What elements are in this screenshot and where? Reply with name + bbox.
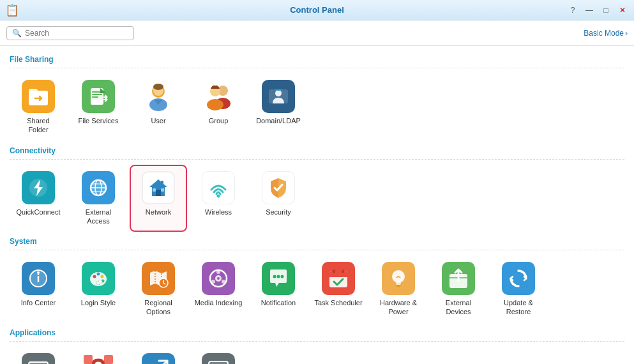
quickconnect-label: QuickConnect <box>16 208 60 216</box>
svg-rect-61 <box>104 355 113 364</box>
item-security[interactable]: Security <box>250 165 307 232</box>
svg-rect-47 <box>333 269 335 273</box>
item-group[interactable]: Group <box>190 73 247 141</box>
media-indexing-label: Media Indexing <box>195 298 243 307</box>
item-user[interactable]: User <box>130 73 187 141</box>
task-scheduler-label: Task Scheduler <box>314 298 362 307</box>
svg-point-30 <box>101 275 104 278</box>
svg-point-38 <box>222 280 225 284</box>
info-center-label: Info Center <box>21 298 56 307</box>
svg-rect-60 <box>84 355 93 364</box>
help-button[interactable]: ? <box>566 4 579 17</box>
info-center-icon: i <box>22 262 55 295</box>
network-icon <box>142 171 175 204</box>
domain-ldap-label: Domain/LDAP <box>256 116 301 125</box>
item-quickconnect[interactable]: QuickConnect <box>10 165 67 232</box>
item-hardware-power[interactable]: Hardware &Power <box>370 255 427 323</box>
section-title-connectivity: Connectivity <box>10 146 624 155</box>
svg-point-41 <box>273 275 276 278</box>
file-sharing-grid: SharedFolder File Services <box>10 73 624 141</box>
wireless-label: Wireless <box>205 208 232 216</box>
svg-point-5 <box>153 84 163 90</box>
shared-folder-label: SharedFolder <box>27 116 49 135</box>
item-task-scheduler[interactable]: Task Scheduler <box>310 255 367 323</box>
svg-point-40 <box>217 277 220 280</box>
search-icon: 🔍 <box>12 29 22 38</box>
section-title-file-sharing: File Sharing <box>10 55 624 64</box>
svg-point-39 <box>211 280 215 284</box>
app-icon: 📋 <box>5 3 19 17</box>
window-controls: ? — □ ✕ <box>566 4 629 17</box>
svg-rect-20 <box>161 188 164 192</box>
item-shared-folder[interactable]: SharedFolder <box>10 73 67 141</box>
web-services-icon <box>22 353 55 364</box>
item-web-services[interactable]: Web Services <box>10 347 67 364</box>
system-grid: i Info Center L <box>10 255 624 323</box>
main-content: File Sharing SharedFolder <box>0 46 634 364</box>
svg-rect-51 <box>396 286 400 287</box>
update-restore-label: Update &Restore <box>504 298 533 317</box>
network-label: Network <box>146 208 171 216</box>
maximize-button[interactable]: □ <box>600 4 612 17</box>
item-login-style[interactable]: Login Style <box>70 255 127 323</box>
toolbar: 🔍 Basic Mode › <box>0 20 634 46</box>
security-icon <box>262 171 295 204</box>
item-wireless[interactable]: Wireless <box>190 165 247 232</box>
applications-grid: Web Services Privileges <box>10 347 624 364</box>
terminal-snmp-icon <box>202 353 235 364</box>
item-regional-options[interactable]: RegionalOptions <box>130 255 187 323</box>
search-input[interactable] <box>25 29 121 38</box>
group-icon <box>202 80 235 113</box>
item-update-restore[interactable]: Update &Restore <box>490 255 547 323</box>
section-title-applications: Applications <box>10 328 624 337</box>
item-domain-ldap[interactable]: Domain/LDAP <box>250 73 307 141</box>
svg-point-43 <box>281 275 284 278</box>
svg-point-12 <box>275 90 282 96</box>
item-external-devices[interactable]: ExternalDevices <box>430 255 487 323</box>
domain-ldap-icon <box>262 80 295 113</box>
file-services-label: File Services <box>79 116 119 125</box>
wireless-icon <box>202 171 235 204</box>
svg-rect-21 <box>161 181 163 186</box>
svg-rect-46 <box>329 275 347 277</box>
search-box[interactable]: 🔍 <box>6 26 134 40</box>
hardware-power-label: Hardware &Power <box>380 298 417 317</box>
item-notification[interactable]: Notification <box>250 255 307 323</box>
titlebar: 📋 Control Panel ? — □ ✕ <box>0 0 634 20</box>
regional-options-icon <box>142 262 175 295</box>
section-title-system: System <box>10 237 624 246</box>
notification-icon <box>262 262 295 295</box>
regional-options-label: RegionalOptions <box>144 298 172 317</box>
svg-point-10 <box>207 99 223 110</box>
svg-point-33 <box>99 280 102 284</box>
item-terminal-snmp[interactable]: Terminal &SNMP <box>190 347 247 364</box>
external-access-icon <box>82 171 115 204</box>
quickconnect-icon <box>22 171 55 204</box>
close-button[interactable]: ✕ <box>616 4 629 17</box>
item-file-services[interactable]: File Services <box>70 73 127 141</box>
external-devices-label: ExternalDevices <box>446 298 471 317</box>
item-network[interactable]: Network <box>130 165 187 232</box>
application-portal-icon <box>142 353 175 364</box>
svg-point-29 <box>97 273 100 276</box>
external-devices-icon <box>442 262 475 295</box>
group-label: Group <box>209 116 229 125</box>
item-privileges[interactable]: Privileges <box>70 347 127 364</box>
item-info-center[interactable]: i Info Center <box>10 255 67 323</box>
task-scheduler-icon <box>322 262 355 295</box>
file-services-icon <box>82 80 115 113</box>
svg-rect-50 <box>396 285 401 286</box>
user-icon <box>142 80 175 113</box>
svg-point-37 <box>216 270 220 274</box>
item-media-indexing[interactable]: Media Indexing <box>190 255 247 323</box>
minimize-button[interactable]: — <box>583 4 596 17</box>
login-style-icon <box>82 262 115 295</box>
svg-point-28 <box>93 275 96 278</box>
media-indexing-icon <box>202 262 235 295</box>
svg-rect-48 <box>342 269 344 273</box>
security-label: Security <box>266 208 291 216</box>
connectivity-grid: QuickConnect External Access <box>10 165 624 232</box>
item-application-portal[interactable]: ApplicationPortal <box>130 347 187 364</box>
basic-mode-link[interactable]: Basic Mode › <box>584 29 628 38</box>
item-external-access[interactable]: External Access <box>70 165 127 232</box>
